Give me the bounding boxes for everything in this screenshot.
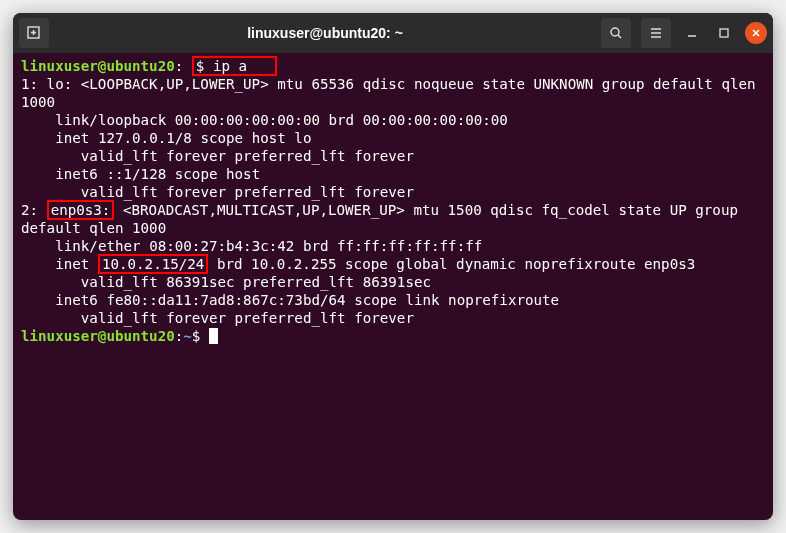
- prompt-user: linuxuser@ubuntu20: [21, 58, 175, 74]
- minimize-icon: [686, 27, 698, 39]
- prompt-space: [200, 328, 209, 344]
- terminal-body[interactable]: linuxuser@ubuntu20: $ ip a 1: lo: <LOOPB…: [13, 53, 773, 520]
- prompt-path: ~: [183, 328, 192, 344]
- terminal-window: linuxuser@ubuntu20: ~: [13, 13, 773, 520]
- titlebar-right: [601, 18, 767, 48]
- minimize-button[interactable]: [681, 22, 703, 44]
- prompt-user: linuxuser@ubuntu20: [21, 328, 175, 344]
- iface2-rest: <BROADCAST,MULTICAST,UP,LOWER_UP> mtu 15…: [21, 202, 747, 236]
- output-line: link/ether 08:00:27:b4:3c:42 brd ff:ff:f…: [21, 237, 765, 255]
- command-text: ip a: [213, 58, 247, 74]
- maximize-button[interactable]: [713, 22, 735, 44]
- output-line: inet 127.0.0.1/8 scope host lo: [21, 129, 765, 147]
- search-icon: [608, 25, 624, 41]
- interface-highlight: enp0s3:: [47, 200, 115, 220]
- output-line: link/loopback 00:00:00:00:00:00 brd 00:0…: [21, 111, 765, 129]
- ip-address: 10.0.2.15/24: [102, 256, 205, 272]
- interface-name: enp0s3:: [51, 202, 111, 218]
- prompt-line-1: linuxuser@ubuntu20: $ ip a: [21, 57, 765, 75]
- hamburger-icon: [648, 25, 664, 41]
- search-button[interactable]: [601, 18, 631, 48]
- titlebar-left: [19, 18, 49, 48]
- new-tab-icon: [26, 25, 42, 41]
- window-title: linuxuser@ubuntu20: ~: [55, 25, 595, 41]
- close-button[interactable]: [745, 22, 767, 44]
- output-line: valid_lft 86391sec preferred_lft 86391se…: [21, 273, 765, 291]
- output-line: inet6 fe80::da11:7ad8:867c:73bd/64 scope…: [21, 291, 765, 309]
- cursor: [209, 328, 218, 344]
- inet-prefix: inet: [21, 256, 98, 272]
- output-line: valid_lft forever preferred_lft forever: [21, 309, 765, 327]
- output-line-iface2: 2: enp0s3: <BROADCAST,MULTICAST,UP,LOWER…: [21, 201, 765, 237]
- output-line: valid_lft forever preferred_lft forever: [21, 147, 765, 165]
- prompt-line-2: linuxuser@ubuntu20:~$: [21, 327, 765, 345]
- svg-point-3: [611, 28, 619, 36]
- inet-rest: brd 10.0.2.255 scope global dynamic nopr…: [208, 256, 695, 272]
- close-icon: [750, 27, 762, 39]
- maximize-icon: [718, 27, 730, 39]
- svg-rect-9: [720, 29, 728, 37]
- titlebar: linuxuser@ubuntu20: ~: [13, 13, 773, 53]
- output-line: 1: lo: <LOOPBACK,UP,LOWER_UP> mtu 65536 …: [21, 75, 765, 111]
- menu-button[interactable]: [641, 18, 671, 48]
- svg-line-4: [618, 35, 621, 38]
- command-highlight: $ ip a: [192, 56, 277, 76]
- iface2-prefix: 2:: [21, 202, 47, 218]
- output-line: inet6 ::1/128 scope host: [21, 165, 765, 183]
- prompt-colon: :: [175, 58, 184, 74]
- ip-highlight: 10.0.2.15/24: [98, 254, 209, 274]
- new-tab-button[interactable]: [19, 18, 49, 48]
- prompt-colon: :: [175, 328, 184, 344]
- output-line-inet: inet 10.0.2.15/24 brd 10.0.2.255 scope g…: [21, 255, 765, 273]
- command-trailing: [247, 58, 273, 74]
- prompt-path-space: [183, 58, 192, 74]
- output-line: valid_lft forever preferred_lft forever: [21, 183, 765, 201]
- command-space: [204, 58, 213, 74]
